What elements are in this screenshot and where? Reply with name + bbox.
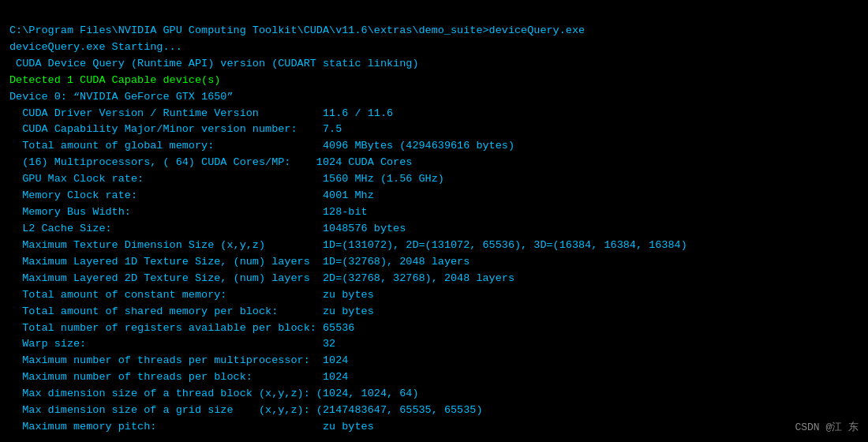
terminal-line-8: CUDA Driver Version / Runtime Version 11… [9,106,859,122]
terminal-line-13: Memory Clock rate: 4001 Mhz [9,188,859,204]
terminal-line-23: Maximum number of threads per multiproce… [9,353,859,369]
terminal-line-26: Max dimension size of a grid size (x,y,z… [9,403,859,419]
terminal-line-7: Device 0: “NVIDIA GeForce GTX 1650” [9,89,859,106]
terminal-line-9: CUDA Capability Major/Minor version numb… [9,122,859,138]
terminal-line-27: Maximum memory pitch: zu bytes [9,419,859,436]
terminal-line-20: Total amount of shared memory per block:… [9,304,859,320]
watermark: CSDN @江 东 [795,420,859,436]
terminal-line-25: Max dimension size of a thread block (x,… [9,386,859,403]
terminal-line-1: deviceQuery.exe Starting... [9,39,859,56]
terminal-line-21: Total number of registers available per … [9,320,859,337]
terminal-line-16: Maximum Texture Dimension Size (x,y,z) 1… [9,238,859,254]
terminal-line-17: Maximum Layered 1D Texture Size, (num) l… [9,254,859,271]
terminal-line-22: Warp size: 32 [9,336,859,353]
terminal-line-15: L2 Cache Size: 1048576 bytes [9,221,859,238]
terminal-line-3: CUDA Device Query (Runtime API) version … [9,56,859,73]
terminal-line-18: Maximum Layered 2D Texture Size, (num) l… [9,271,859,287]
terminal-line-14: Memory Bus Width: 128-bit [9,204,859,221]
terminal-line-0: C:\Program Files\NVIDIA GPU Computing To… [9,23,859,39]
terminal-line-11: (16) Multiprocessors, ( 64) CUDA Cores/M… [9,155,859,171]
terminal-line-10: Total amount of global memory: 4096 MByt… [9,138,859,155]
terminal-output: C:\Program Files\NVIDIA GPU Computing To… [9,6,859,436]
terminal-line-24: Maximum number of threads per block: 102… [9,369,859,386]
terminal-line-19: Total amount of constant memory: zu byte… [9,287,859,304]
terminal-line-12: GPU Max Clock rate: 1560 MHz (1.56 GHz) [9,171,859,188]
terminal-line-5: Detected 1 CUDA Capable device(s) [9,73,859,89]
